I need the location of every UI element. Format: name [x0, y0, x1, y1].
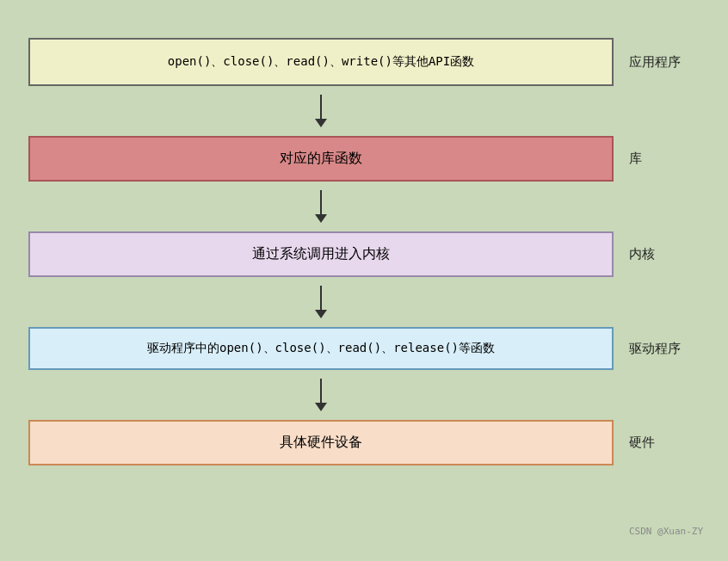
diagram-container: open()、close()、read()、write()等其他API函数 应用… [11, 14, 717, 547]
label-app: 应用程序 [629, 54, 681, 71]
box-app-text: open()、close()、read()、write()等其他API函数 [168, 54, 474, 70]
arrow-2 [28, 190, 614, 223]
arrow-1 [28, 95, 614, 127]
label-driver: 驱动程序 [629, 341, 681, 357]
arrow-line-4 [320, 379, 322, 403]
label-kernel: 内核 [629, 246, 655, 262]
arrow-line-3 [320, 286, 322, 310]
box-driver: 驱动程序中的open()、close()、read()、release()等函数 [28, 327, 614, 370]
arrow-head-2 [315, 214, 327, 223]
row-driver: 驱动程序中的open()、close()、read()、release()等函数… [28, 327, 700, 370]
box-kernel: 通过系统调用进入内核 [28, 231, 614, 277]
label-hardware: 硬件 [629, 435, 655, 451]
arrow-head-3 [315, 310, 327, 318]
box-hardware: 具体硬件设备 [28, 420, 614, 465]
arrow-head-4 [315, 403, 327, 411]
arrow-down-4 [315, 379, 327, 411]
label-lib: 库 [629, 151, 642, 167]
row-lib: 对应的库函数 库 [28, 136, 700, 182]
box-driver-text: 驱动程序中的open()、close()、read()、release()等函数 [147, 341, 495, 356]
row-hardware: 具体硬件设备 硬件 [28, 420, 700, 465]
row-app: open()、close()、read()、write()等其他API函数 应用… [28, 38, 700, 86]
row-kernel: 通过系统调用进入内核 内核 [28, 231, 700, 277]
watermark: CSDN @Xuan-ZY [629, 526, 703, 537]
box-hardware-text: 具体硬件设备 [280, 434, 362, 452]
box-lib-text: 对应的库函数 [280, 150, 362, 168]
arrow-3 [28, 286, 614, 318]
arrow-line-1 [320, 95, 322, 119]
arrow-4 [28, 379, 614, 411]
box-kernel-text: 通过系统调用进入内核 [252, 245, 390, 263]
box-app: open()、close()、read()、write()等其他API函数 [28, 38, 614, 86]
arrow-line-2 [320, 190, 322, 214]
arrow-down-1 [315, 95, 327, 127]
arrow-down-2 [315, 190, 327, 223]
box-lib: 对应的库函数 [28, 136, 614, 182]
arrow-head-1 [315, 119, 327, 127]
arrow-down-3 [315, 286, 327, 318]
